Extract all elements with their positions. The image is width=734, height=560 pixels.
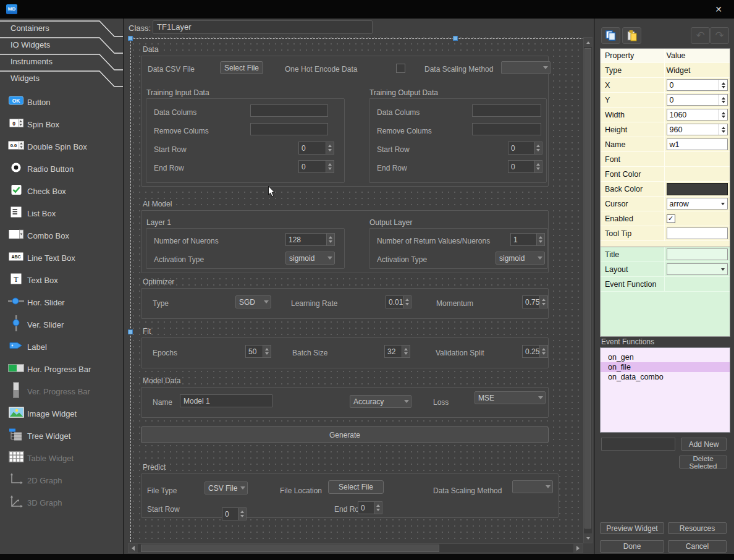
spin-buttons[interactable] xyxy=(403,296,411,308)
x-spin[interactable]: 0 xyxy=(667,79,728,91)
add-new-button[interactable]: Add New xyxy=(681,438,727,451)
done-button[interactable]: Done xyxy=(600,540,664,553)
predict-start-row-spin[interactable]: 0 xyxy=(222,507,247,520)
sidebar-category-containers[interactable]: Containers xyxy=(0,20,124,37)
spin-down-icon[interactable] xyxy=(536,168,540,170)
spin-buttons[interactable] xyxy=(539,346,547,357)
palette-item-line-text-box[interactable]: ABC Line Text Box xyxy=(0,248,122,267)
spin-down-icon[interactable] xyxy=(240,515,244,517)
predict-scaling-combo[interactable] xyxy=(512,480,553,493)
palette-item-double-spin-box[interactable]: 0.0 Double Spin Box xyxy=(0,137,122,156)
spin-down-icon[interactable] xyxy=(404,352,408,355)
spin-buttons[interactable] xyxy=(719,95,727,105)
palette-item-image-widget[interactable]: Image Widget xyxy=(0,404,122,423)
spin-up-icon[interactable] xyxy=(536,145,540,147)
palette-item-check-box[interactable]: Check Box xyxy=(0,182,122,200)
preview-widget-button[interactable]: Preview Widget xyxy=(600,522,664,534)
spin-down-icon[interactable] xyxy=(542,352,546,355)
spin-up-icon[interactable] xyxy=(328,163,332,166)
spin-down-icon[interactable] xyxy=(265,352,269,355)
palette-item-radio-button[interactable]: Radio Button xyxy=(0,159,122,178)
spin-buttons[interactable] xyxy=(719,109,727,120)
data-scaling-method-combo[interactable] xyxy=(501,61,550,74)
spin-up-icon[interactable] xyxy=(329,236,332,239)
palette-item-label[interactable]: Label xyxy=(0,337,122,356)
palette-item-list-box[interactable]: List Box xyxy=(0,204,122,223)
spin-up-icon[interactable] xyxy=(376,504,380,507)
palette-item-tree-widget[interactable]: Tree Widget xyxy=(0,426,122,445)
file-type-combo[interactable]: CSV File xyxy=(205,482,248,494)
start-row-spin[interactable]: 0 xyxy=(508,142,542,155)
close-icon[interactable]: ✕ xyxy=(712,4,725,15)
spin-down-icon[interactable] xyxy=(536,149,540,151)
spin-buttons[interactable] xyxy=(534,142,542,154)
remove-colums-input[interactable] xyxy=(472,123,541,135)
return-values-spin[interactable]: 1 xyxy=(510,233,545,246)
spin-down-icon[interactable] xyxy=(542,303,546,305)
canvas-horizontal-scrollbar[interactable] xyxy=(128,543,583,553)
sidebar-category-widgets[interactable]: Widgets xyxy=(0,70,124,87)
sidebar-category-io-widgets[interactable]: IO Widgets xyxy=(0,37,124,54)
start-row-spin[interactable]: 0 xyxy=(298,142,334,155)
copy-icon[interactable] xyxy=(601,27,620,44)
combo-arrow-icon[interactable] xyxy=(238,482,247,494)
paste-icon[interactable] xyxy=(622,27,641,44)
resize-handle-left-middle[interactable] xyxy=(128,329,133,334)
scroll-up-icon[interactable] xyxy=(584,38,592,47)
spin-buttons[interactable] xyxy=(326,161,334,172)
combo-arrow-icon[interactable] xyxy=(325,252,334,264)
one-hot-encode-checkbox[interactable] xyxy=(396,64,405,73)
spin-buttons[interactable] xyxy=(374,502,382,514)
scroll-right-icon[interactable] xyxy=(573,544,583,553)
epochs-spin[interactable]: 50 xyxy=(245,345,271,358)
predict-select-file-button[interactable]: Select File xyxy=(328,480,384,494)
enabled-checkbox[interactable]: ✓ xyxy=(667,214,675,223)
event-functions-list[interactable]: on_genon_fileon_data_combo xyxy=(600,347,730,433)
learning-rate-spin[interactable]: 0.01 xyxy=(386,295,411,308)
sidebar-category-instruments[interactable]: Instruments xyxy=(0,54,124,70)
name-input[interactable]: w1 xyxy=(667,138,728,150)
width-spin[interactable]: 1060 xyxy=(667,109,728,121)
spin-buttons[interactable] xyxy=(263,346,271,357)
y-spin[interactable]: 0 xyxy=(667,94,728,106)
spin-buttons[interactable] xyxy=(719,80,727,90)
resize-handle-top-left[interactable] xyxy=(128,36,133,41)
spin-up-icon[interactable] xyxy=(240,511,244,513)
validation-split-spin[interactable]: 0.25 xyxy=(522,345,548,358)
remove-colums-input[interactable] xyxy=(250,123,328,135)
class-input[interactable]: TF1Layer xyxy=(153,20,373,34)
spin-up-icon[interactable] xyxy=(722,82,725,85)
predict-end-row-spin[interactable]: 0 xyxy=(358,501,382,514)
data-colums-input[interactable] xyxy=(472,104,541,117)
new-event-function-input[interactable] xyxy=(601,438,675,451)
vertical-scroll-thumb[interactable] xyxy=(584,48,591,528)
spin-up-icon[interactable] xyxy=(722,127,725,129)
spin-down-icon[interactable] xyxy=(376,509,380,511)
spin-down-icon[interactable] xyxy=(328,149,332,151)
event-function-item-on-gen[interactable]: on_gen xyxy=(601,352,730,362)
tool-tip-input[interactable] xyxy=(667,227,728,239)
momentum-spin[interactable]: 0.75 xyxy=(522,295,548,308)
spin-buttons[interactable] xyxy=(326,234,334,245)
spin-up-icon[interactable] xyxy=(542,299,546,301)
number-of-neurons-spin[interactable]: 128 xyxy=(285,233,335,246)
combo-arrow-icon[interactable] xyxy=(541,62,550,74)
batch-size-spin[interactable]: 32 xyxy=(384,345,410,358)
spin-up-icon[interactable] xyxy=(722,112,725,114)
palette-item-hor-slider[interactable]: Hor. Slider xyxy=(0,293,122,312)
layout-combo[interactable] xyxy=(667,263,728,275)
end-row-spin[interactable]: 0 xyxy=(508,160,542,173)
spin-up-icon[interactable] xyxy=(542,348,546,350)
spin-up-icon[interactable] xyxy=(265,348,269,350)
spin-down-icon[interactable] xyxy=(722,116,725,118)
event-function-item-on-data-combo[interactable]: on_data_combo xyxy=(601,372,730,382)
spin-down-icon[interactable] xyxy=(328,168,332,170)
spin-up-icon[interactable] xyxy=(328,145,332,147)
combo-arrow-icon[interactable] xyxy=(402,396,411,407)
back-color-swatch[interactable] xyxy=(667,183,728,195)
end-row-spin[interactable]: 0 xyxy=(298,160,334,173)
resources-button[interactable]: Resources xyxy=(668,522,727,534)
combo-arrow-icon[interactable] xyxy=(261,296,271,308)
scroll-left-icon[interactable] xyxy=(129,544,138,553)
palette-item-hor-progress-bar[interactable]: Hor. Progress Bar xyxy=(0,360,122,378)
